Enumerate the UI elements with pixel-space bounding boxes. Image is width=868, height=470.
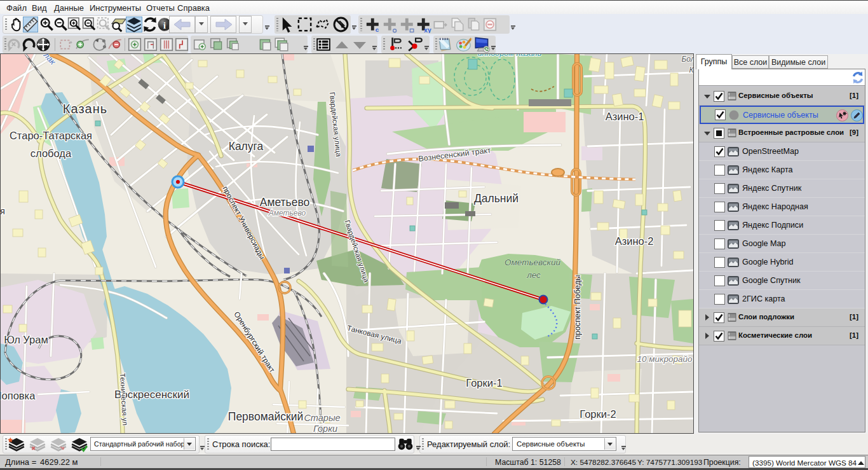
svg-text:xy: xy bbox=[424, 27, 431, 33]
svg-text:слобода: слобода bbox=[31, 148, 72, 159]
svg-text:10 микрорайо: 10 микрорайо bbox=[637, 354, 693, 364]
svg-text:Калуга: Калуга bbox=[229, 140, 264, 153]
svg-text:К: К bbox=[689, 66, 693, 74]
svg-text:Казань: Казань bbox=[63, 102, 107, 116]
svg-text:Азино-1: Азино-1 bbox=[606, 111, 644, 122]
svg-text:Горки-1: Горки-1 bbox=[466, 377, 502, 389]
svg-text:проспект Победы: проспект Победы bbox=[573, 275, 582, 339]
svg-text:Горки-2: Горки-2 bbox=[580, 408, 616, 420]
svg-text:Первомайский: Первомайский bbox=[228, 410, 303, 423]
svg-text:Горки: Горки bbox=[313, 424, 337, 433]
svg-text:Юл Урам: Юл Урам bbox=[4, 334, 48, 345]
svg-text:Аметьево: Аметьево bbox=[260, 196, 310, 209]
svg-text:c: c bbox=[376, 26, 379, 33]
svg-text:Дальний: Дальний bbox=[474, 192, 519, 205]
svg-text:Старо-Татарская: Старо-Татарская bbox=[10, 130, 92, 141]
svg-text:Азино-2: Азино-2 bbox=[615, 235, 654, 247]
svg-text:Ометьевский: Ометьевский bbox=[505, 258, 560, 267]
svg-text:Бол: Бол bbox=[682, 55, 694, 64]
svg-text:Аметьево: Аметьево bbox=[268, 209, 306, 218]
svg-text:ипподром Казань: ипподром Казань bbox=[478, 54, 542, 58]
svg-text:я: я bbox=[1, 206, 5, 216]
svg-text:i: i bbox=[163, 20, 166, 31]
svg-text:лес: лес bbox=[526, 270, 541, 280]
svg-text:Старые: Старые bbox=[304, 413, 340, 423]
svg-text:Поповка: Поповка bbox=[1, 390, 36, 401]
